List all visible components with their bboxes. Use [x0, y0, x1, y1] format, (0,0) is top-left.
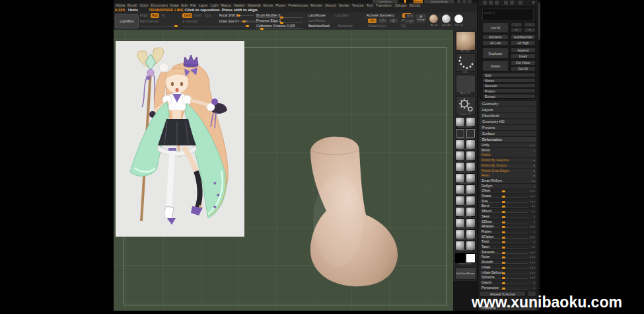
section-fibermesh[interactable]: FiberMesh	[480, 113, 536, 118]
deform-slider-track[interactable]	[481, 289, 528, 290]
deform-slider-nub[interactable]	[502, 247, 505, 249]
deform-slider-sbend[interactable]: SBendx z	[480, 209, 536, 214]
extract-button[interactable]: Extract	[482, 94, 536, 98]
deform-slider-track[interactable]	[481, 207, 528, 208]
zcut-button[interactable]: Zcut	[205, 13, 211, 18]
menu-tool[interactable]: Tool	[367, 3, 373, 8]
duplicate-button[interactable]: Duplicate	[482, 48, 509, 59]
sculpt-mesh[interactable]	[297, 116, 411, 289]
section-deformation[interactable]: Deformation	[480, 137, 536, 142]
dq-button[interactable]: DQ	[401, 24, 406, 28]
deform-axes[interactable]: x y z	[530, 143, 535, 147]
zadd-button[interactable]: Zadd	[182, 13, 192, 18]
section-surface[interactable]: Surface	[480, 131, 536, 136]
deform-slider-nub[interactable]	[502, 206, 505, 208]
deform-slider-nub[interactable]	[502, 196, 505, 198]
menu-edit[interactable]: Edit	[182, 3, 188, 8]
deform-slider-track[interactable]	[481, 284, 528, 284]
titlebar-slider-nub[interactable]	[404, 0, 406, 3]
document-canvas[interactable]: ♥ ♥ ♥	[114, 30, 453, 311]
menu-brush[interactable]: Brush	[127, 3, 137, 8]
deform-polish[interactable]: Polish○	[480, 153, 536, 157]
autoreorder-button[interactable]: AutoReorder	[511, 34, 536, 40]
deform-axes[interactable]: x y z	[530, 188, 535, 193]
deform-slider-nub[interactable]	[502, 241, 505, 243]
deform-slider-rotate[interactable]: Rotatex y z	[480, 194, 536, 198]
deform-axes[interactable]: x y z	[530, 194, 535, 198]
deform-axes[interactable]: x z	[532, 245, 535, 249]
persp-button[interactable]: ▦Persp	[416, 14, 426, 22]
lightbox-button[interactable]: LightBox	[115, 14, 139, 28]
remesh-button[interactable]: Remesh	[482, 83, 536, 88]
deform-mirror[interactable]: Mirrorx	[480, 148, 536, 153]
deform-slider-squeeze[interactable]: Squeezex y z	[480, 250, 536, 255]
titlebar-slider[interactable]	[400, 1, 411, 2]
subtool-move-down-button[interactable]: ↱	[524, 28, 536, 32]
deform-slider-nub[interactable]	[502, 190, 505, 192]
deform-slider-track[interactable]	[481, 217, 528, 218]
deform-slider-nub[interactable]	[502, 231, 505, 233]
menu-light[interactable]: Light	[211, 3, 219, 8]
menu-movie[interactable]: Movie	[264, 3, 273, 8]
deform-polish-crisp-edges[interactable]: Polish Crisp Edges●	[480, 169, 536, 173]
deform-slider-nub[interactable]	[502, 267, 505, 269]
deform-slider-track[interactable]	[481, 192, 528, 192]
deform-axes[interactable]: x y z	[530, 250, 535, 255]
deform-axes[interactable]: ○	[534, 153, 535, 157]
deform-slider-nub[interactable]	[502, 211, 505, 213]
material-swatch-current[interactable]	[429, 15, 438, 23]
section-layers[interactable]: Layers	[480, 107, 536, 112]
deform-slider-nub[interactable]	[502, 272, 505, 274]
menu-color[interactable]: Color	[139, 3, 148, 8]
secondary-color-swatch[interactable]	[466, 253, 476, 263]
all-high-button[interactable]: All High	[511, 40, 536, 46]
calibration-distance-slider[interactable]	[256, 28, 303, 29]
section-geometry[interactable]: Geometry	[480, 101, 536, 106]
panel-scrollbar-thumb[interactable]	[538, 3, 540, 40]
radial-count-label[interactable]: RadialCount	[368, 24, 386, 28]
deform-axes[interactable]: x y z	[530, 260, 535, 264]
deform-slider-nub[interactable]	[502, 277, 505, 279]
rename-button[interactable]: Rename	[482, 34, 509, 40]
deform-slider-taper[interactable]: Taperx z	[480, 245, 536, 249]
menu-draw[interactable]: Draw	[170, 3, 179, 8]
menu-stroke[interactable]: Stroke	[339, 3, 349, 8]
close-icon[interactable]: ✕	[532, 0, 535, 5]
deform-slider-size[interactable]: Sizex y z	[480, 199, 536, 204]
deform-axes[interactable]: x	[534, 148, 535, 153]
deform-axes[interactable]: z	[534, 286, 535, 290]
backfacemask-button[interactable]: BackfaceMask	[308, 24, 330, 28]
menu-document[interactable]: Document	[151, 3, 168, 8]
deform-slider-smooth[interactable]: Smoothx y z	[480, 260, 536, 264]
panel-icon-5[interactable]	[510, 1, 514, 5]
menu-texture[interactable]: Texture	[352, 3, 364, 8]
lazymouse-button[interactable]: LazyMouse	[308, 13, 326, 18]
rgb-intensity-slider[interactable]	[140, 26, 178, 26]
deform-slider-sflatten[interactable]: SFlattenx y z	[480, 235, 536, 239]
deform-slider-inflate-balloon[interactable]: Inflate Balloonx y z	[480, 270, 536, 275]
deform-slider-offset[interactable]: Offsetx y z	[480, 188, 536, 193]
deform-slider-nub[interactable]	[502, 201, 505, 203]
deform-slider-nub[interactable]	[502, 221, 505, 223]
deform-slider-track[interactable]	[481, 274, 528, 274]
panel-icon-3[interactable]	[495, 1, 499, 5]
lsym-button[interactable]: L.Sym	[405, 19, 415, 24]
deform-polish-by-features[interactable]: Polish By Features●	[480, 158, 536, 163]
deform-slider-track[interactable]	[481, 248, 528, 249]
deform-axes[interactable]: x y z	[530, 235, 535, 239]
deform-slider-track[interactable]	[481, 263, 528, 264]
deform-slider-rflatten[interactable]: RFlattenx y z	[480, 224, 536, 229]
deform-axes[interactable]: x y z	[530, 255, 535, 259]
menu-picker[interactable]: Picker	[275, 3, 285, 8]
subtool-list[interactable]: mesh 1	[482, 9, 534, 21]
deform-axes[interactable]: x y z	[530, 199, 535, 204]
subtool-up-button[interactable]: ↑	[511, 22, 522, 27]
del-other-button[interactable]: Del Other	[511, 60, 536, 65]
deform-slider-track[interactable]	[481, 202, 528, 203]
menu-transform[interactable]: Transform	[376, 3, 392, 8]
append-button[interactable]: Append	[511, 48, 536, 53]
deform-slider-spherize[interactable]: Spherizex y z	[480, 275, 536, 280]
subtool-master-button[interactable]: SubTool Master	[455, 267, 476, 280]
project-button[interactable]: Project	[482, 89, 536, 93]
deform-slider-track[interactable]	[481, 253, 528, 254]
